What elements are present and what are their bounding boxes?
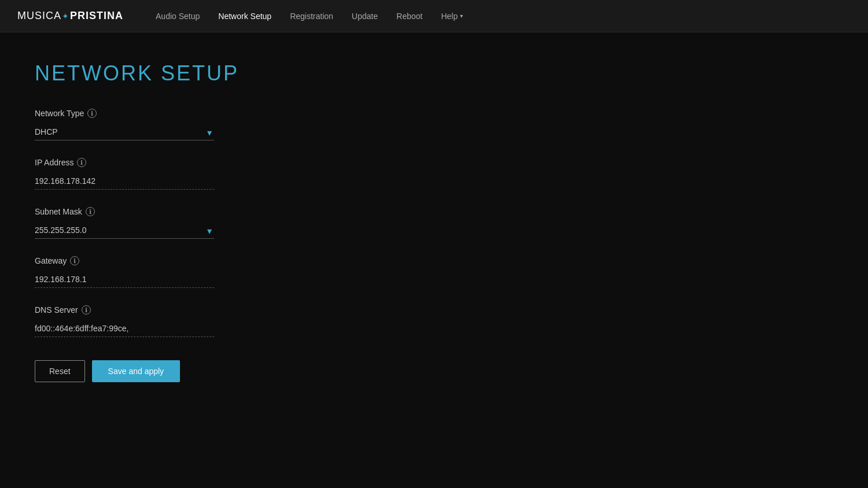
network-type-select-wrapper: DHCP Static ▾ [35, 124, 214, 141]
ip-address-label: IP Address ℹ [35, 158, 370, 167]
dns-server-label: DNS Server ℹ [35, 305, 370, 315]
help-dropdown-arrow: ▾ [460, 13, 463, 19]
brand-logo[interactable]: MUSICA✦PRISTINA [17, 10, 123, 22]
nav-item-help[interactable]: Help ▾ [432, 0, 472, 32]
nav-item-reboot[interactable]: Reboot [387, 0, 432, 32]
brand-text: MUSICA✦PRISTINA [17, 10, 123, 22]
ip-address-input[interactable] [35, 173, 214, 190]
brand-icon: ✦ [62, 12, 69, 21]
gateway-label: Gateway ℹ [35, 256, 370, 265]
brand-pristina: PRISTINA [70, 10, 123, 21]
network-type-label: Network Type ℹ [35, 109, 370, 118]
gateway-info-icon[interactable]: ℹ [70, 256, 79, 265]
gateway-group: Gateway ℹ [35, 256, 370, 288]
subnet-mask-info-icon[interactable]: ℹ [86, 207, 95, 216]
subnet-mask-select[interactable]: 255.255.255.0 255.255.0.0 255.0.0.0 [35, 222, 214, 239]
network-type-select[interactable]: DHCP Static [35, 124, 214, 141]
navbar: MUSICA✦PRISTINA Audio Setup Network Setu… [0, 0, 868, 32]
nav-item-update[interactable]: Update [343, 0, 387, 32]
network-type-group: Network Type ℹ DHCP Static ▾ [35, 109, 370, 141]
dns-server-info-icon[interactable]: ℹ [82, 305, 91, 315]
button-row: Reset Save and apply [35, 360, 370, 382]
ip-address-info-icon[interactable]: ℹ [77, 158, 86, 167]
subnet-mask-label: Subnet Mask ℹ [35, 207, 370, 216]
nav-item-registration[interactable]: Registration [281, 0, 343, 32]
main-content: NETWORK SETUP Network Type ℹ DHCP Static… [0, 32, 405, 411]
ip-address-group: IP Address ℹ [35, 158, 370, 190]
gateway-input[interactable] [35, 271, 214, 288]
dns-server-group: DNS Server ℹ [35, 305, 370, 337]
brand-musica: MUSICA [17, 10, 61, 21]
network-type-info-icon[interactable]: ℹ [87, 109, 97, 118]
save-button[interactable]: Save and apply [92, 360, 181, 382]
subnet-mask-select-wrapper: 255.255.255.0 255.255.0.0 255.0.0.0 ▾ [35, 222, 214, 239]
dns-server-input[interactable] [35, 320, 214, 337]
reset-button[interactable]: Reset [35, 360, 85, 382]
page-title: NETWORK SETUP [35, 61, 370, 86]
nav-menu: Audio Setup Network Setup Registration U… [146, 0, 472, 32]
nav-item-network-setup[interactable]: Network Setup [209, 0, 281, 32]
nav-item-audio-setup[interactable]: Audio Setup [146, 0, 209, 32]
subnet-mask-group: Subnet Mask ℹ 255.255.255.0 255.255.0.0 … [35, 207, 370, 239]
